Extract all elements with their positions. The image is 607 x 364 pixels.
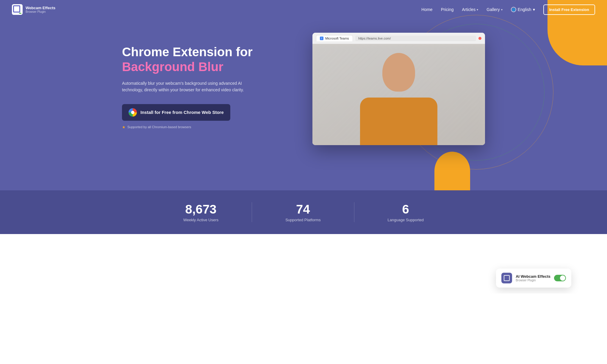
star-icon: ★ bbox=[122, 125, 126, 129]
stat-divider-1 bbox=[252, 202, 252, 222]
yellow-bottom-shape bbox=[434, 152, 470, 190]
stat-label-languages: Language Supported bbox=[388, 218, 424, 222]
logo[interactable]: Webcam Effects Browser Plugin bbox=[12, 4, 55, 15]
nav-articles[interactable]: Articles ▾ bbox=[462, 7, 478, 12]
hero-section: Chrome Extension for Background Blur Aut… bbox=[0, 0, 607, 190]
logo-icon bbox=[12, 4, 23, 15]
browser-body bbox=[312, 44, 485, 145]
stat-number-platforms: 74 bbox=[285, 202, 321, 216]
extension-toggle[interactable] bbox=[554, 275, 566, 281]
stat-weekly-users: 8,673 Weekly Active Users bbox=[183, 202, 218, 222]
hero-left: Chrome Extension for Background Blur Aut… bbox=[122, 27, 271, 129]
browser-bar: T Microsoft Teams https://teams.live.com… bbox=[312, 33, 485, 44]
stat-divider-2 bbox=[354, 202, 354, 222]
hero-title: Chrome Extension for Background Blur bbox=[122, 45, 271, 75]
lang-chevron-icon: ▾ bbox=[533, 7, 535, 12]
stat-number-languages: 6 bbox=[388, 202, 424, 216]
ext-popup-icon bbox=[501, 273, 512, 283]
navigation: Webcam Effects Browser Plugin Home Prici… bbox=[0, 0, 607, 19]
chrome-icon bbox=[129, 108, 137, 117]
nav-pricing[interactable]: Pricing bbox=[441, 7, 454, 12]
brand-name: Webcam Effects bbox=[26, 6, 55, 10]
browser-tab-label: Microsoft Teams bbox=[325, 37, 349, 40]
tab-favicon: T bbox=[320, 37, 323, 40]
hero-description: Automatically blur your webcam's backgro… bbox=[122, 80, 247, 93]
stat-label-platforms: Supported Platforms bbox=[285, 218, 321, 222]
extension-popup-preview: AI Webcam Effects Browser Plugin bbox=[496, 269, 571, 288]
stat-platforms: 74 Supported Platforms bbox=[285, 202, 321, 222]
hero-content: Chrome Extension for Background Blur Aut… bbox=[110, 27, 497, 145]
globe-icon: 🌐 bbox=[511, 7, 516, 12]
browser-controls bbox=[478, 37, 481, 40]
cta-label: Install for Free from Chrome Web Store bbox=[140, 110, 224, 115]
articles-chevron-icon: ▾ bbox=[477, 8, 478, 11]
ext-popup-sub: Browser Plugin bbox=[516, 279, 550, 282]
ext-popup-text: AI Webcam Effects Browser Plugin bbox=[516, 274, 550, 282]
hero-title-line1: Chrome Extension for bbox=[122, 45, 253, 59]
gallery-chevron-icon: ▾ bbox=[501, 8, 503, 11]
nav-home[interactable]: Home bbox=[421, 7, 432, 12]
language-selector[interactable]: 🌐 English ▾ bbox=[511, 7, 535, 12]
stats-section: 8,673 Weekly Active Users 74 Supported P… bbox=[0, 190, 607, 234]
browser-tab: T Microsoft Teams bbox=[316, 35, 353, 41]
nav-install-button[interactable]: Install Free Extension bbox=[543, 4, 595, 15]
logo-text: Webcam Effects Browser Plugin bbox=[26, 6, 55, 14]
person-body bbox=[360, 98, 437, 145]
hero-title-line2: Background Blur bbox=[122, 60, 223, 74]
supported-text: Supported by all Chromium-based browsers bbox=[127, 125, 191, 129]
stat-languages: 6 Language Supported bbox=[388, 202, 424, 222]
nav-links: Home Pricing Articles ▾ Gallery ▾ 🌐 Engl… bbox=[421, 4, 595, 15]
close-browser-btn bbox=[478, 37, 481, 40]
stats-inner: 8,673 Weekly Active Users 74 Supported P… bbox=[170, 202, 437, 222]
stat-number-users: 8,673 bbox=[183, 202, 218, 216]
bottom-section: AI Webcam Effects Browser Plugin bbox=[0, 234, 607, 294]
ext-popup-title: AI Webcam Effects bbox=[516, 274, 550, 279]
webcam-preview bbox=[312, 44, 485, 145]
stat-label-users: Weekly Active Users bbox=[183, 218, 218, 222]
hero-right: T Microsoft Teams https://teams.live.com… bbox=[271, 27, 485, 145]
nav-gallery[interactable]: Gallery ▾ bbox=[486, 7, 502, 12]
supported-notice: ★ Supported by all Chromium-based browse… bbox=[122, 125, 271, 129]
brand-sub: Browser Plugin bbox=[26, 10, 55, 13]
person-head bbox=[382, 53, 415, 92]
install-cta-button[interactable]: Install for Free from Chrome Web Store bbox=[122, 104, 230, 121]
address-bar[interactable]: https://teams.live.com/ bbox=[355, 36, 476, 41]
browser-mockup: T Microsoft Teams https://teams.live.com… bbox=[312, 33, 485, 145]
